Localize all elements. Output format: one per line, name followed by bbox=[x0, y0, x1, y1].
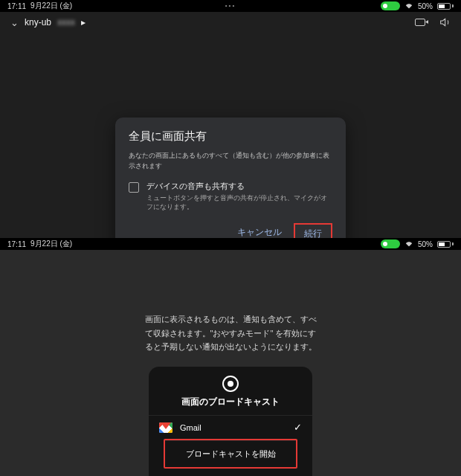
app-selector-row[interactable]: Gmail ✓ bbox=[149, 415, 312, 439]
meeting-code: kny-ub bbox=[25, 17, 51, 28]
status-time: 17:11 bbox=[7, 240, 26, 248]
wifi-icon bbox=[404, 2, 413, 10]
recording-pill-icon bbox=[381, 239, 400, 248]
record-icon bbox=[222, 376, 239, 392]
breadcrumb-continue: ▸ bbox=[81, 17, 86, 28]
meeting-header: ⌄ kny-ub xxxx ▸ bbox=[0, 12, 461, 33]
broadcast-sheet: 画面のブロードキャスト Gmail ✓ ブロードキャストを開始 bbox=[149, 367, 312, 476]
broadcast-info-text: 画面に表示されるものは、通知も含めて、すべて収録されます。"おやすみモード" を… bbox=[141, 312, 320, 354]
battery-icon bbox=[437, 241, 454, 248]
notch-icon: ••• bbox=[225, 2, 236, 9]
recording-pill-icon bbox=[381, 1, 400, 10]
checkbox-note: ミュートボタンを押すと音声の共有が停止され、マイクがオフになります。 bbox=[146, 194, 332, 212]
battery-percent: 50% bbox=[418, 2, 433, 10]
camera-icon[interactable] bbox=[415, 19, 425, 26]
gmail-icon bbox=[159, 422, 173, 433]
share-audio-checkbox[interactable] bbox=[129, 182, 139, 193]
battery-percent: 50% bbox=[418, 240, 433, 248]
broadcast-screen: 17:11 9月22日 (金) 50% 画面に表示されるものは、通知も含めて、す… bbox=[0, 238, 461, 476]
dialog-description: あなたの画面上にあるものすべて（通知も含む）が他の参加者に表示されます bbox=[129, 151, 332, 171]
screen-share-confirm: 17:11 9月22日 (金) ••• 50% ⌄ kny-ub xxxx ▸ … bbox=[0, 0, 461, 238]
speaker-icon[interactable] bbox=[439, 16, 451, 28]
status-date: 9月22日 (金) bbox=[30, 239, 72, 249]
wifi-icon bbox=[404, 240, 413, 248]
check-icon: ✓ bbox=[294, 422, 302, 433]
start-broadcast-button[interactable]: ブロードキャストを開始 bbox=[165, 440, 296, 467]
status-bar: 17:11 9月22日 (金) 50% bbox=[0, 238, 461, 250]
share-dialog: 全員に画面共有 あなたの画面上にあるものすべて（通知も含む）が他の参加者に表示さ… bbox=[115, 118, 346, 253]
highlight-box: ブロードキャストを開始 bbox=[164, 439, 297, 469]
checkbox-label: デバイスの音声も共有する bbox=[146, 181, 332, 192]
meeting-code-hidden: xxxx bbox=[57, 17, 75, 28]
app-name: Gmail bbox=[180, 423, 286, 432]
sheet-title: 画面のブロードキャスト bbox=[149, 396, 312, 408]
dialog-title: 全員に画面共有 bbox=[129, 129, 332, 144]
battery-icon bbox=[437, 3, 454, 10]
status-date: 9月22日 (金) bbox=[30, 1, 72, 11]
chevron-down-icon[interactable]: ⌄ bbox=[10, 17, 19, 28]
status-bar: 17:11 9月22日 (金) ••• 50% bbox=[0, 0, 461, 12]
status-time: 17:11 bbox=[7, 2, 26, 10]
